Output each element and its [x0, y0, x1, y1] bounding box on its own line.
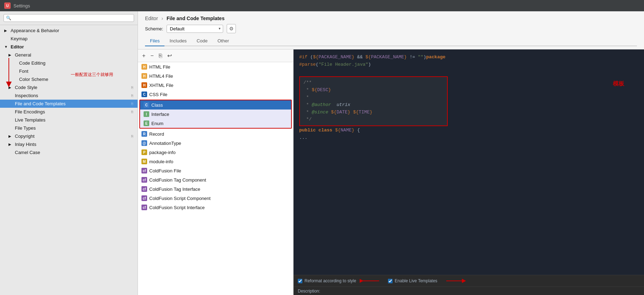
editor-bottom-bar: Reformat according to style Enable Live …: [294, 275, 644, 287]
file-label-html4: HTML4 File: [149, 73, 173, 79]
sidebar-label-inlay-hints: Inlay Hints: [15, 142, 133, 147]
file-item-html4[interactable]: H HTML4 File: [138, 71, 293, 81]
file-label-cf-tag-int: ColdFusion Tag Interface: [149, 187, 200, 192]
code-line-ellipsis: ...: [299, 134, 638, 142]
scheme-select-wrapper: Default: [167, 25, 223, 33]
sidebar-item-file-types[interactable]: ▶ File Types: [0, 124, 138, 132]
sidebar-item-keymap[interactable]: ▶ Keymap: [0, 35, 138, 43]
sidebar-item-live-templates[interactable]: ▶ Live Templates: [0, 116, 138, 124]
sidebar-item-font[interactable]: ▶ Font: [0, 67, 138, 75]
file-item-annotation[interactable]: @ AnnotationType: [138, 138, 293, 148]
tab-code[interactable]: Code: [192, 36, 213, 46]
icon-interface: I: [144, 111, 149, 117]
tabs-row: Files Includes Code Other: [145, 36, 637, 46]
file-item-cf-tag-comp[interactable]: cf ColdFusion Tag Component: [138, 175, 293, 184]
search-input[interactable]: [4, 14, 134, 22]
breadcrumb-parent: Editor: [145, 16, 158, 21]
titlebar: U Settings: [0, 0, 644, 11]
reformat-label: Reformat according to style: [304, 278, 356, 283]
gear-button[interactable]: ⚙: [227, 24, 236, 33]
file-label-annotation: AnnotationType: [149, 141, 181, 146]
file-list-toolbar: + − ⎘ ↩: [138, 49, 293, 62]
sidebar-item-file-encodings[interactable]: ▶ File Encodings ⎘: [0, 108, 138, 116]
copy-icon-code-style: ⎘: [131, 85, 133, 89]
remove-button[interactable]: −: [149, 52, 155, 60]
add-button[interactable]: +: [141, 52, 147, 60]
file-item-xhtml[interactable]: H XHTML File: [138, 81, 293, 90]
copy-icon-file-encodings: ⎘: [131, 110, 133, 114]
file-item-cf-file[interactable]: cf ColdFusion File: [138, 166, 293, 175]
reset-button[interactable]: ↩: [166, 52, 173, 60]
copy-icon-file-code-templates: ⎘: [131, 102, 133, 106]
icon-css: C: [141, 92, 147, 97]
template-section: /** * ${DESC} * * @author utrix * @since…: [299, 76, 638, 127]
code-line-comment-start: /**: [303, 79, 443, 87]
content-area: Editor › File and Code Templates Scheme:…: [138, 11, 644, 295]
sidebar-item-camel-case[interactable]: ▶ Camel Case: [0, 148, 138, 157]
icon-package: P: [141, 149, 147, 155]
file-label-html: HTML File: [149, 64, 170, 70]
file-item-enum[interactable]: E Enum: [140, 119, 291, 128]
file-item-class[interactable]: C Class: [140, 100, 291, 110]
live-templates-label: Enable Live Templates: [395, 278, 437, 283]
code-line-comment-since: * @since ${DATE} ${TIME}: [303, 109, 443, 116]
icon-annotation: @: [141, 140, 147, 146]
tab-includes[interactable]: Includes: [164, 36, 191, 46]
window-title: Settings: [13, 3, 30, 8]
file-item-package-info[interactable]: P package-info: [138, 148, 293, 157]
reformat-checkbox[interactable]: [298, 279, 302, 283]
sidebar-item-copyright[interactable]: ▶ Copyright ⎘: [0, 132, 138, 140]
code-line-comment-blank: *: [303, 94, 443, 101]
sidebar-item-file-code-templates[interactable]: ▶ File and Code Templates ⎘: [0, 100, 138, 108]
scheme-select[interactable]: Default: [167, 25, 223, 33]
file-item-css[interactable]: C CSS File: [138, 90, 293, 99]
live-templates-checkbox-row: Enable Live Templates: [388, 278, 437, 283]
sidebar-label-general: General: [15, 52, 133, 58]
sidebar-label-appearance: Appearance & Behavior: [11, 28, 133, 33]
scheme-row: Scheme: Default ⚙: [145, 24, 637, 33]
sidebar-item-color-scheme[interactable]: ▶ Color Scheme 一般配置这三个就够用: [0, 75, 138, 83]
sidebar-item-code-style[interactable]: ▶ Code Style ⎘: [0, 83, 138, 92]
copy-icon-copyright: ⎘: [131, 134, 133, 138]
icon-html4: H: [141, 73, 147, 79]
icon-record: R: [141, 131, 147, 137]
sidebar-label-copyright: Copyright: [15, 134, 129, 139]
arrow-reformat: [360, 277, 381, 284]
file-item-html[interactable]: H HTML File: [138, 62, 293, 71]
editor-content[interactable]: #if (${PACKAGE_NAME} && ${PACKAGE_NAME} …: [294, 49, 644, 275]
sidebar-item-appearance[interactable]: ▶ Appearance & Behavior: [0, 26, 138, 35]
template-highlight-box: /** * ${DESC} * * @author utrix * @since…: [299, 76, 448, 126]
template-annotation-label: 模板: [613, 79, 624, 88]
file-item-cf-tag-int[interactable]: cf ColdFusion Tag Interface: [138, 184, 293, 194]
sidebar-item-editor[interactable]: ▼ Editor: [0, 43, 138, 51]
file-item-module-info[interactable]: M module-info: [138, 157, 293, 166]
expand-arrow-general: ▶: [8, 53, 13, 57]
file-item-interface[interactable]: I Interface: [140, 110, 291, 119]
breadcrumb-current: File and Code Templates: [167, 16, 225, 21]
icon-cf-tag-comp: cf: [141, 177, 147, 183]
expand-arrow-code-style: ▶: [8, 85, 13, 89]
sidebar-label-keymap: Keymap: [11, 36, 133, 41]
icon-html: H: [141, 64, 147, 70]
editor-panel: #if (${PACKAGE_NAME} && ${PACKAGE_NAME} …: [294, 49, 644, 295]
code-line-comment-desc: * ${DESC}: [303, 87, 443, 94]
sidebar-label-file-code-templates: File and Code Templates: [15, 101, 129, 106]
copy-button[interactable]: ⎘: [157, 52, 164, 60]
expand-arrow-editor: ▼: [4, 45, 8, 49]
main-container: ▶ Appearance & Behavior ▶ Keymap ▼ Edito…: [0, 11, 644, 295]
tab-other[interactable]: Other: [213, 36, 234, 46]
sidebar-item-inlay-hints[interactable]: ▶ Inlay Hints: [0, 140, 138, 148]
code-line-1: #if (${PACKAGE_NAME} && ${PACKAGE_NAME} …: [299, 54, 638, 61]
file-item-cf-script-comp[interactable]: cf ColdFusion Script Component: [138, 194, 293, 203]
live-templates-checkbox[interactable]: [388, 279, 393, 283]
code-line-2: #parse("File Header.java"): [299, 61, 638, 69]
sidebar-item-code-editing[interactable]: ▶ Code Editing: [0, 59, 138, 67]
sidebar-item-inspections[interactable]: ▶ Inspections ⎘: [0, 92, 138, 100]
file-item-record[interactable]: R Record: [138, 129, 293, 138]
content-body: + − ⎘ ↩ H HTML File H HTML4 File: [138, 49, 644, 295]
code-line-class-decl: public class ${NAME} {: [299, 127, 638, 134]
icon-cf-file: cf: [141, 168, 147, 173]
file-item-cf-script-int[interactable]: cf ColdFusion Script Interface: [138, 203, 293, 212]
tab-files[interactable]: Files: [145, 36, 164, 46]
sidebar-item-general[interactable]: ▶ General: [0, 51, 138, 59]
